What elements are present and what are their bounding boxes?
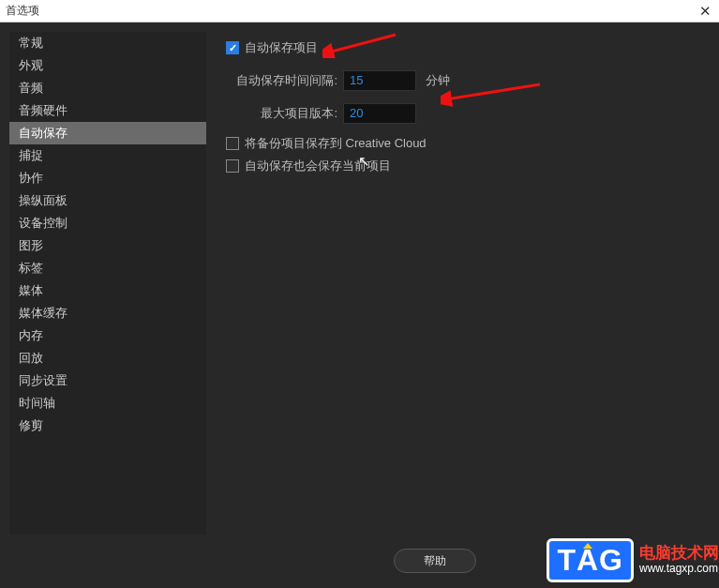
- close-icon[interactable]: ✕: [697, 3, 713, 20]
- autosave-label: 自动保存项目: [245, 39, 318, 56]
- autosave-checkbox[interactable]: [226, 41, 239, 54]
- max-versions-input[interactable]: [343, 103, 416, 124]
- sidebar-item-collaboration[interactable]: 协作: [9, 167, 206, 189]
- sidebar-item-media-cache[interactable]: 媒体缓存: [9, 302, 206, 324]
- watermark-cn: 电脑技术网: [639, 545, 719, 563]
- interval-input[interactable]: [343, 70, 416, 91]
- sidebar: 常规 外观 音频 音频硬件 自动保存 捕捉 协作 操纵面板 设备控制 图形 标签…: [9, 32, 206, 535]
- interval-unit: 分钟: [426, 72, 450, 89]
- main-area: 常规 外观 音频 音频硬件 自动保存 捕捉 协作 操纵面板 设备控制 图形 标签…: [0, 23, 719, 544]
- sidebar-item-media[interactable]: 媒体: [9, 279, 206, 302]
- sidebar-item-trim[interactable]: 修剪: [9, 415, 206, 437]
- save-current-checkbox[interactable]: [226, 159, 239, 173]
- save-current-label: 自动保存也会保存当前项目: [245, 158, 391, 174]
- sidebar-item-appearance[interactable]: 外观: [9, 54, 206, 77]
- help-button[interactable]: 帮助: [394, 549, 476, 573]
- sidebar-item-audio-hardware[interactable]: 音频硬件: [9, 99, 206, 122]
- backup-cloud-checkbox[interactable]: [226, 137, 239, 150]
- sidebar-item-memory[interactable]: 内存: [9, 324, 206, 347]
- sidebar-item-labels[interactable]: 标签: [9, 257, 206, 279]
- sidebar-item-timeline[interactable]: 时间轴: [9, 392, 206, 415]
- sidebar-item-control-surface[interactable]: 操纵面板: [9, 189, 206, 212]
- interval-label: 自动保存时间间隔:: [221, 72, 337, 89]
- watermark: TAG 电脑技术网 www.tagxp.com: [547, 532, 719, 588]
- titlebar: 首选项 ✕: [0, 0, 719, 23]
- sidebar-item-device-control[interactable]: 设备控制: [9, 212, 206, 234]
- sidebar-item-capture[interactable]: 捕捉: [9, 144, 206, 167]
- sidebar-item-graphics[interactable]: 图形: [9, 234, 206, 257]
- sidebar-item-audio[interactable]: 音频: [9, 77, 206, 99]
- window-title: 首选项: [6, 3, 39, 19]
- sidebar-item-playback[interactable]: 回放: [9, 347, 206, 369]
- watermark-logo: TAG: [547, 538, 634, 582]
- backup-cloud-label: 将备份项目保存到 Creative Cloud: [245, 135, 427, 152]
- sidebar-item-general[interactable]: 常规: [9, 32, 206, 54]
- sidebar-item-autosave[interactable]: 自动保存: [9, 122, 206, 144]
- content-panel: 自动保存项目 自动保存时间间隔: 分钟 最大项目版本: 将备份项目保存到 Cre…: [216, 32, 710, 535]
- sidebar-item-sync-settings[interactable]: 同步设置: [9, 369, 206, 392]
- watermark-url: www.tagxp.com: [639, 563, 719, 575]
- max-versions-label: 最大项目版本:: [221, 105, 337, 122]
